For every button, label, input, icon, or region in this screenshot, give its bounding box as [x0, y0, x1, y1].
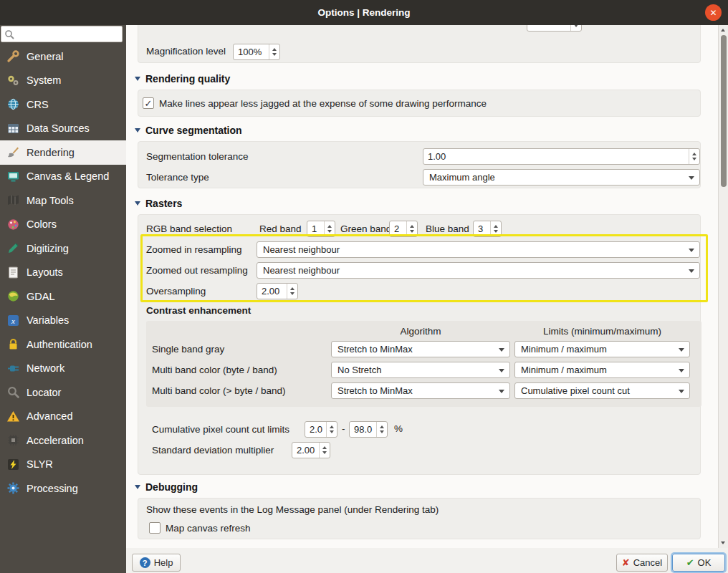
spin-down-icon[interactable] [380, 430, 384, 433]
spinner-buttons[interactable] [570, 25, 581, 31]
spin-up-icon[interactable] [330, 425, 334, 428]
red-band-spinbox[interactable]: 1 [307, 221, 335, 237]
sidebar-item-network[interactable]: Network [0, 357, 126, 381]
ok-button[interactable]: ✔ OK [672, 554, 725, 572]
cancel-button[interactable]: ✘ Cancel [616, 554, 668, 572]
cumulative-min-spinbox[interactable]: 2.0 [305, 421, 337, 438]
single-band-gray-algorithm-dropdown[interactable]: Stretch to MinMax [331, 341, 510, 357]
multi-band-byte-limits-dropdown[interactable]: Minimum / maximum [514, 362, 690, 378]
sidebar-item-canvas-legend[interactable]: Canvas & Legend [0, 165, 126, 189]
sidebar-item-crs[interactable]: CRS [0, 92, 126, 117]
spinner-buttons[interactable] [326, 422, 337, 437]
spin-down-icon[interactable] [410, 230, 414, 233]
range-dash: - [342, 423, 345, 434]
sidebar-item-map-tools[interactable]: Map Tools [0, 188, 126, 213]
sidebar-item-digitizing[interactable]: Digitizing [0, 236, 126, 261]
spin-up-icon[interactable] [272, 48, 277, 51]
magnification-spinbox[interactable]: 100% [233, 44, 280, 60]
sidebar-item-advanced[interactable]: Advanced [0, 405, 126, 429]
spin-up-icon[interactable] [290, 287, 294, 290]
blue-band-spinbox[interactable]: 3 [473, 221, 502, 237]
sidebar-item-gdal[interactable]: GDAL [0, 284, 126, 309]
sidebar-item-slyr[interactable]: SLYR [0, 453, 126, 477]
spin-down-icon[interactable] [322, 451, 327, 454]
spin-up-icon[interactable] [380, 425, 384, 428]
spin-up-icon[interactable] [410, 225, 414, 228]
sidebar-item-variables[interactable]: x Variables [0, 309, 126, 333]
sidebar-item-label: Colors [27, 218, 57, 230]
search-box[interactable] [1, 26, 123, 42]
section-title: Rasters [145, 198, 182, 209]
sidebar-item-system[interactable]: System [0, 69, 126, 93]
zoomed-out-resampling-dropdown[interactable]: Nearest neighbour [257, 262, 700, 279]
spinner-buttons[interactable] [406, 221, 417, 236]
scrollbar-thumb[interactable] [721, 35, 727, 187]
spinner-buttons[interactable] [490, 221, 501, 236]
spin-down-icon[interactable] [290, 292, 294, 295]
scroll-up-icon[interactable] [721, 29, 725, 32]
contrast-row-label: Multi band color (byte / band) [152, 365, 277, 375]
sidebar-item-locator[interactable]: Locator [0, 380, 126, 405]
sidebar-item-label: Rendering [27, 147, 75, 158]
red-band-label: Red band [259, 223, 302, 234]
spinbox-value: 2.00 [257, 284, 287, 299]
spinbox-value: 1.00 [423, 149, 689, 164]
scroll-down-icon[interactable] [721, 541, 725, 544]
multi-band-gt-byte-limits-dropdown[interactable]: Cumulative pixel count cut [514, 382, 690, 399]
help-button[interactable]: ? Help [132, 554, 181, 572]
single-band-gray-limits-dropdown[interactable]: Minimum / maximum [514, 341, 690, 357]
spinbox-value: 98.0 [350, 422, 376, 437]
spinner-buttons[interactable] [324, 221, 335, 236]
chip-icon [6, 433, 20, 447]
sidebar-item-data-sources[interactable]: Data Sources [0, 117, 126, 141]
spinner-buttons[interactable] [287, 284, 297, 299]
cumulative-max-spinbox[interactable]: 98.0 [349, 421, 388, 438]
vertical-scrollbar[interactable] [718, 25, 728, 548]
multi-band-gt-byte-algorithm-dropdown[interactable]: Stretch to MinMax [331, 382, 510, 399]
spin-down-icon[interactable] [330, 430, 334, 433]
spin-down-icon[interactable] [574, 25, 578, 27]
sidebar-item-processing[interactable]: Processing [0, 476, 126, 501]
stddev-multiplier-spinbox[interactable]: 2.00 [292, 442, 330, 458]
close-button[interactable]: ✕ [705, 4, 722, 21]
sidebar-item-authentication[interactable]: Authentication [0, 332, 126, 357]
zoomed-in-resampling-dropdown[interactable]: Nearest neighbour [257, 241, 700, 258]
partial-spinbox[interactable] [527, 25, 582, 32]
section-rasters[interactable]: Rasters [135, 198, 182, 209]
spinner-buttons[interactable] [319, 443, 330, 458]
spinner-buttons[interactable] [376, 422, 387, 437]
section-title: Rendering quality [145, 73, 230, 85]
section-rendering-quality[interactable]: Rendering quality [135, 73, 230, 85]
spinner-buttons[interactable] [269, 44, 279, 59]
segmentation-tolerance-label: Segmentation tolerance [146, 151, 249, 162]
section-curve-segmentation[interactable]: Curve segmentation [135, 125, 242, 136]
segmentation-tolerance-spinbox[interactable]: 1.00 [423, 148, 700, 165]
spin-down-icon[interactable] [494, 230, 498, 233]
map-icon [6, 193, 20, 207]
search-input[interactable] [17, 29, 119, 39]
antialias-checkbox[interactable]: ✓ [143, 97, 154, 109]
sidebar-item-label: Advanced [27, 410, 73, 422]
close-icon: ✕ [709, 9, 717, 17]
spin-up-icon[interactable] [692, 153, 696, 155]
spin-up-icon[interactable] [327, 225, 332, 228]
section-debugging[interactable]: Debugging [135, 481, 198, 493]
sidebar-item-colors[interactable]: Colors [0, 213, 126, 237]
gear-icon [6, 481, 20, 495]
sidebar-item-rendering[interactable]: Rendering [0, 140, 126, 165]
green-band-spinbox[interactable]: 2 [389, 221, 418, 237]
spin-down-icon[interactable] [692, 158, 696, 160]
spin-down-icon[interactable] [327, 230, 332, 233]
spin-up-icon[interactable] [322, 446, 327, 449]
oversampling-spinbox[interactable]: 2.00 [257, 283, 298, 299]
sidebar-item-acceleration[interactable]: Acceleration [0, 428, 126, 453]
tolerance-type-dropdown[interactable]: Maximum angle [423, 169, 700, 186]
pencil-icon [6, 241, 20, 255]
spinner-buttons[interactable] [689, 149, 699, 164]
map-canvas-refresh-checkbox[interactable]: ✓ [149, 522, 161, 534]
multi-band-byte-algorithm-dropdown[interactable]: No Stretch [331, 362, 510, 378]
spin-down-icon[interactable] [272, 53, 277, 56]
spin-up-icon[interactable] [494, 225, 498, 228]
sidebar-item-general[interactable]: General [0, 44, 126, 69]
sidebar-item-layouts[interactable]: Layouts [0, 261, 126, 285]
